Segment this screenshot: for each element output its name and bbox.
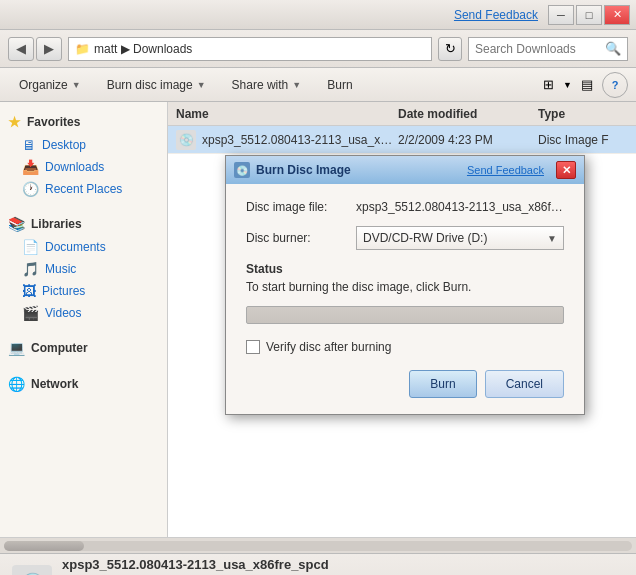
dialog-title-icon: 💿: [234, 162, 250, 178]
select-arrow-icon: ▼: [547, 233, 557, 244]
disc-image-label: Disc image file:: [246, 200, 356, 214]
disc-image-value: xpsp3_5512.080413-2113_usa_x86fre_spc: [356, 200, 564, 214]
status-section: Status To start burning the disc image, …: [246, 262, 564, 294]
burn-dialog-button[interactable]: Burn: [409, 370, 476, 398]
dialog-close-button[interactable]: ✕: [556, 161, 576, 179]
dialog-overlay: 💿 Burn Disc Image Send Feedback ✕ Disc i…: [0, 0, 636, 575]
dialog-body: Disc image file: xpsp3_5512.080413-2113_…: [226, 184, 584, 414]
disc-burner-selected-value: DVD/CD-RW Drive (D:): [363, 231, 487, 245]
burn-disc-dialog: 💿 Burn Disc Image Send Feedback ✕ Disc i…: [225, 155, 585, 415]
dialog-feedback-link[interactable]: Send Feedback: [467, 164, 544, 176]
dialog-buttons: Burn Cancel: [246, 370, 564, 398]
dialog-title-bar: 💿 Burn Disc Image Send Feedback ✕: [226, 156, 584, 184]
verify-checkbox[interactable]: [246, 340, 260, 354]
disc-burner-field: Disc burner: DVD/CD-RW Drive (D:) ▼: [246, 226, 564, 250]
progress-bar: [246, 306, 564, 324]
disc-image-field: Disc image file: xpsp3_5512.080413-2113_…: [246, 200, 564, 214]
verify-checkbox-row: Verify disc after burning: [246, 340, 564, 354]
disc-burner-select[interactable]: DVD/CD-RW Drive (D:) ▼: [356, 226, 564, 250]
dialog-title: Burn Disc Image: [256, 163, 461, 177]
status-section-text: To start burning the disc image, click B…: [246, 280, 564, 294]
status-section-label: Status: [246, 262, 564, 276]
verify-label: Verify disc after burning: [266, 340, 391, 354]
cancel-dialog-button[interactable]: Cancel: [485, 370, 564, 398]
disc-burner-label: Disc burner:: [246, 231, 356, 245]
